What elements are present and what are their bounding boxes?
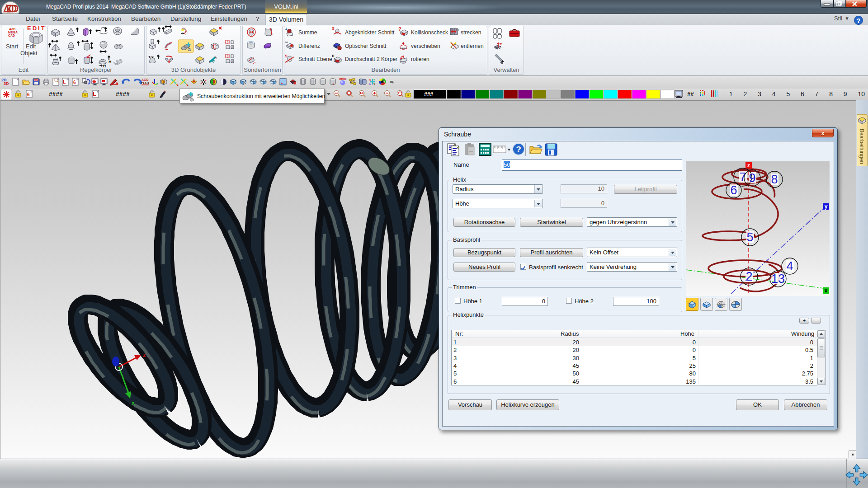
svg-text:2: 2 <box>745 270 752 283</box>
svg-text:2: 2 <box>744 90 747 98</box>
svg-text:R: R <box>103 64 106 68</box>
svg-text:EDIT: EDIT <box>27 25 46 32</box>
svg-text:+: + <box>285 27 288 32</box>
svg-text:z: z <box>747 162 750 169</box>
svg-text:OPGL: OPGL <box>339 78 347 80</box>
svg-text:ACO: ACO <box>142 78 149 81</box>
svg-text:Edit: Edit <box>26 43 36 50</box>
svg-text:Start: Start <box>6 43 19 50</box>
svg-text:5: 5 <box>369 79 371 81</box>
svg-text:S: S <box>332 26 335 31</box>
svg-text:9: 9 <box>844 90 847 98</box>
svg-text:7: 7 <box>373 79 375 81</box>
svg-text:x: x <box>132 399 135 406</box>
svg-text:MEGA: MEGA <box>8 31 18 34</box>
svg-text:##: ## <box>687 91 694 98</box>
svg-text:?: ? <box>398 26 401 32</box>
svg-text:y: y <box>825 203 828 210</box>
svg-text:8: 8 <box>829 90 833 98</box>
svg-text:9: 9 <box>749 171 755 185</box>
svg-text:S: S <box>285 54 288 58</box>
svg-text:z: z <box>143 352 146 358</box>
svg-text:PLOT: PLOT <box>141 81 150 84</box>
svg-text:6: 6 <box>730 183 737 197</box>
svg-text:S: S <box>373 83 375 85</box>
svg-text:PRT: PRT <box>34 80 38 82</box>
svg-text:4: 4 <box>772 90 776 98</box>
svg-text:b: b <box>369 83 371 85</box>
svg-text:6: 6 <box>73 80 76 85</box>
svg-text:−: − <box>285 39 288 45</box>
svg-text:####: #### <box>49 91 63 98</box>
svg-text:10: 10 <box>858 90 865 98</box>
svg-text:+: + <box>163 80 165 84</box>
svg-text:8: 8 <box>771 173 778 186</box>
svg-text:?: ? <box>857 17 861 24</box>
svg-text:1:x: 1:x <box>148 55 154 59</box>
svg-text:7: 7 <box>815 90 819 98</box>
svg-text:CAD: CAD <box>8 34 15 37</box>
svg-text:####: #### <box>116 91 130 98</box>
svg-text:3: 3 <box>758 90 761 98</box>
svg-text:A∆D: A∆D <box>9 28 15 31</box>
svg-text:3D: 3D <box>4 81 9 86</box>
svg-text:Objekt: Objekt <box>20 50 38 56</box>
svg-text:5: 5 <box>786 90 790 98</box>
svg-text:###: ### <box>424 91 433 98</box>
svg-text:x: x <box>825 287 828 294</box>
svg-text:H: H <box>108 60 112 64</box>
svg-text:4: 4 <box>786 259 793 273</box>
svg-text:H: H <box>456 28 459 32</box>
svg-text:6: 6 <box>27 92 30 97</box>
svg-text:13: 13 <box>771 272 785 286</box>
svg-text:?: ? <box>516 145 521 154</box>
svg-text:6: 6 <box>801 90 804 98</box>
svg-text:1: 1 <box>729 90 733 98</box>
svg-text:5: 5 <box>746 230 753 244</box>
